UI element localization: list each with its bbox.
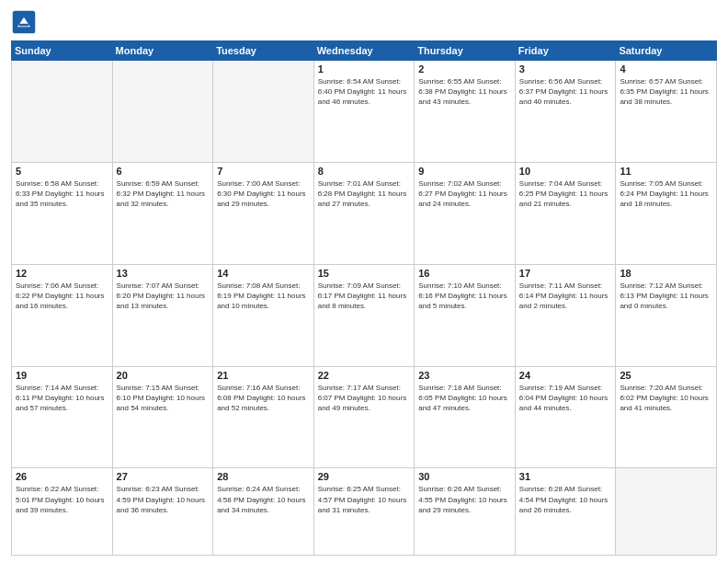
day-cell-17: 17Sunrise: 7:11 AM Sunset: 6:14 PM Dayli… [515, 264, 616, 366]
day-cell-empty-0-1 [112, 61, 213, 163]
day-number: 20 [117, 370, 210, 381]
day-number: 16 [418, 268, 511, 279]
day-number: 27 [117, 471, 210, 482]
day-info: Sunrise: 7:16 AM Sunset: 6:08 PM Dayligh… [217, 383, 310, 414]
day-info: Sunrise: 7:07 AM Sunset: 6:20 PM Dayligh… [117, 281, 210, 312]
weekday-header-row: SundayMondayTuesdayWednesdayThursdayFrid… [12, 41, 717, 61]
day-number: 7 [217, 166, 310, 177]
day-cell-12: 12Sunrise: 7:06 AM Sunset: 6:22 PM Dayli… [12, 264, 113, 366]
day-info: Sunrise: 7:10 AM Sunset: 6:16 PM Dayligh… [418, 281, 511, 312]
day-info: Sunrise: 6:55 AM Sunset: 6:38 PM Dayligh… [418, 76, 511, 108]
day-cell-15: 15Sunrise: 7:09 AM Sunset: 6:17 PM Dayli… [313, 264, 415, 366]
day-number: 8 [318, 166, 411, 177]
week-row-4: 19Sunrise: 7:14 AM Sunset: 6:11 PM Dayli… [12, 366, 717, 468]
day-number: 11 [620, 166, 712, 177]
day-info: Sunrise: 7:02 AM Sunset: 6:27 PM Dayligh… [418, 178, 511, 210]
day-number: 10 [519, 166, 612, 177]
day-info: Sunrise: 6:28 AM Sunset: 4:54 PM Dayligh… [519, 484, 612, 515]
day-number: 9 [418, 166, 511, 177]
day-number: 25 [620, 370, 712, 381]
day-cell-3: 3Sunrise: 6:56 AM Sunset: 6:37 PM Daylig… [515, 61, 616, 163]
day-info: Sunrise: 7:04 AM Sunset: 6:25 PM Dayligh… [519, 178, 612, 210]
day-info: Sunrise: 6:59 AM Sunset: 6:32 PM Dayligh… [117, 178, 210, 210]
logo [11, 9, 40, 35]
week-row-3: 12Sunrise: 7:06 AM Sunset: 6:22 PM Dayli… [12, 264, 717, 366]
day-number: 4 [620, 63, 712, 75]
day-cell-2: 2Sunrise: 6:55 AM Sunset: 6:38 PM Daylig… [415, 61, 516, 163]
day-info: Sunrise: 7:01 AM Sunset: 6:28 PM Dayligh… [318, 178, 411, 210]
day-cell-30: 30Sunrise: 6:26 AM Sunset: 4:55 PM Dayli… [415, 468, 516, 556]
day-number: 6 [117, 166, 210, 177]
day-number: 14 [217, 268, 310, 279]
day-info: Sunrise: 6:23 AM Sunset: 4:59 PM Dayligh… [117, 484, 210, 515]
day-info: Sunrise: 7:05 AM Sunset: 6:24 PM Dayligh… [620, 178, 712, 210]
day-cell-20: 20Sunrise: 7:15 AM Sunset: 6:10 PM Dayli… [112, 366, 213, 468]
day-info: Sunrise: 7:08 AM Sunset: 6:19 PM Dayligh… [217, 281, 310, 312]
day-info: Sunrise: 6:56 AM Sunset: 6:37 PM Dayligh… [519, 76, 612, 108]
day-cell-7: 7Sunrise: 7:00 AM Sunset: 6:30 PM Daylig… [213, 162, 314, 264]
day-info: Sunrise: 6:58 AM Sunset: 6:33 PM Dayligh… [16, 178, 108, 210]
day-cell-14: 14Sunrise: 7:08 AM Sunset: 6:19 PM Dayli… [213, 264, 314, 366]
day-cell-26: 26Sunrise: 6:22 AM Sunset: 5:01 PM Dayli… [12, 468, 113, 556]
week-row-5: 26Sunrise: 6:22 AM Sunset: 5:01 PM Dayli… [12, 468, 717, 556]
weekday-header-tuesday: Tuesday [213, 41, 314, 61]
logo-icon [11, 9, 37, 35]
day-info: Sunrise: 7:06 AM Sunset: 6:22 PM Dayligh… [16, 281, 108, 312]
weekday-header-friday: Friday [515, 41, 616, 61]
svg-rect-2 [19, 24, 29, 27]
day-number: 12 [16, 268, 108, 279]
weekday-header-sunday: Sunday [12, 41, 113, 61]
header [11, 9, 717, 35]
day-cell-21: 21Sunrise: 7:16 AM Sunset: 6:08 PM Dayli… [213, 366, 314, 468]
day-cell-16: 16Sunrise: 7:10 AM Sunset: 6:16 PM Dayli… [415, 264, 516, 366]
day-info: Sunrise: 6:25 AM Sunset: 4:57 PM Dayligh… [318, 484, 411, 515]
day-number: 15 [318, 268, 411, 279]
day-info: Sunrise: 7:12 AM Sunset: 6:13 PM Dayligh… [620, 281, 712, 312]
day-cell-11: 11Sunrise: 7:05 AM Sunset: 6:24 PM Dayli… [616, 162, 717, 264]
day-cell-22: 22Sunrise: 7:17 AM Sunset: 6:07 PM Dayli… [313, 366, 415, 468]
day-number: 31 [519, 471, 612, 482]
day-info: Sunrise: 7:00 AM Sunset: 6:30 PM Dayligh… [217, 178, 310, 210]
day-number: 26 [16, 471, 108, 482]
day-cell-27: 27Sunrise: 6:23 AM Sunset: 4:59 PM Dayli… [112, 468, 213, 556]
day-number: 13 [117, 268, 210, 279]
day-number: 30 [418, 471, 511, 482]
day-cell-25: 25Sunrise: 7:20 AM Sunset: 6:02 PM Dayli… [616, 366, 717, 468]
day-cell-13: 13Sunrise: 7:07 AM Sunset: 6:20 PM Dayli… [112, 264, 213, 366]
page: SundayMondayTuesdayWednesdayThursdayFrid… [0, 0, 728, 563]
day-info: Sunrise: 7:11 AM Sunset: 6:14 PM Dayligh… [519, 281, 612, 312]
day-info: Sunrise: 7:18 AM Sunset: 6:05 PM Dayligh… [418, 383, 511, 414]
day-info: Sunrise: 6:24 AM Sunset: 4:58 PM Dayligh… [217, 484, 310, 515]
day-number: 2 [418, 63, 511, 75]
weekday-header-saturday: Saturday [616, 41, 717, 61]
day-number: 1 [318, 63, 411, 75]
calendar-table: SundayMondayTuesdayWednesdayThursdayFrid… [11, 40, 717, 556]
day-cell-1: 1Sunrise: 6:54 AM Sunset: 6:40 PM Daylig… [313, 61, 415, 163]
weekday-header-wednesday: Wednesday [313, 41, 415, 61]
day-number: 23 [418, 370, 511, 381]
day-cell-18: 18Sunrise: 7:12 AM Sunset: 6:13 PM Dayli… [616, 264, 717, 366]
day-number: 5 [16, 166, 108, 177]
day-number: 19 [16, 370, 108, 381]
day-cell-10: 10Sunrise: 7:04 AM Sunset: 6:25 PM Dayli… [515, 162, 616, 264]
day-number: 28 [217, 471, 310, 482]
day-cell-8: 8Sunrise: 7:01 AM Sunset: 6:28 PM Daylig… [313, 162, 415, 264]
day-info: Sunrise: 7:17 AM Sunset: 6:07 PM Dayligh… [318, 383, 411, 414]
day-info: Sunrise: 7:14 AM Sunset: 6:11 PM Dayligh… [16, 383, 108, 414]
day-info: Sunrise: 7:15 AM Sunset: 6:10 PM Dayligh… [117, 383, 210, 414]
week-row-1: 1Sunrise: 6:54 AM Sunset: 6:40 PM Daylig… [12, 61, 717, 163]
day-cell-5: 5Sunrise: 6:58 AM Sunset: 6:33 PM Daylig… [12, 162, 113, 264]
day-number: 24 [519, 370, 612, 381]
day-cell-empty-0-0 [12, 61, 113, 163]
weekday-header-thursday: Thursday [415, 41, 516, 61]
day-cell-empty-4-6 [616, 468, 717, 556]
day-info: Sunrise: 7:09 AM Sunset: 6:17 PM Dayligh… [318, 281, 411, 312]
day-cell-28: 28Sunrise: 6:24 AM Sunset: 4:58 PM Dayli… [213, 468, 314, 556]
day-info: Sunrise: 7:20 AM Sunset: 6:02 PM Dayligh… [620, 383, 712, 414]
day-cell-19: 19Sunrise: 7:14 AM Sunset: 6:11 PM Dayli… [12, 366, 113, 468]
day-number: 29 [318, 471, 411, 482]
day-number: 21 [217, 370, 310, 381]
day-info: Sunrise: 6:26 AM Sunset: 4:55 PM Dayligh… [418, 484, 511, 515]
day-cell-9: 9Sunrise: 7:02 AM Sunset: 6:27 PM Daylig… [415, 162, 516, 264]
day-cell-6: 6Sunrise: 6:59 AM Sunset: 6:32 PM Daylig… [112, 162, 213, 264]
